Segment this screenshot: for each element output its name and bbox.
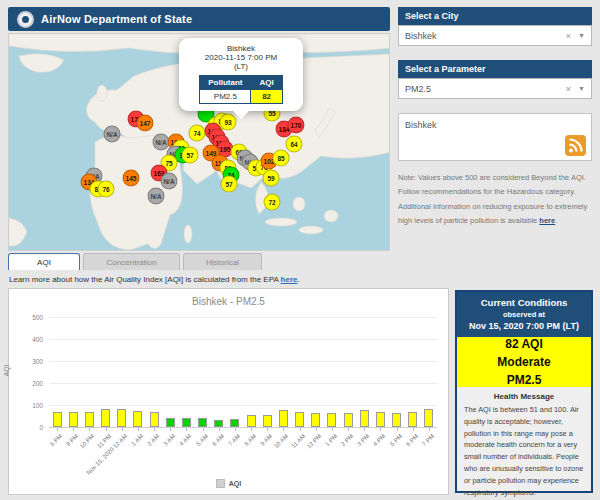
- chart-gridline: [49, 339, 437, 340]
- chart-x-tick: [429, 428, 430, 431]
- health-message-box: Health Message The AQI is between 51 and…: [457, 387, 591, 500]
- chart-x-tick: [380, 428, 381, 431]
- chevron-down-icon[interactable]: ▼: [578, 32, 585, 39]
- chart-x-tick: [57, 428, 58, 431]
- learn-more-line: Learn more about how the Air Quality Ind…: [9, 275, 300, 284]
- aqi-marker[interactable]: 85: [273, 150, 290, 167]
- aqi-marker[interactable]: 76: [98, 181, 115, 198]
- chart-bar[interactable]: [166, 418, 175, 427]
- chart-x-label: 7 PM: [421, 433, 435, 447]
- learn-more-end: .: [297, 275, 299, 284]
- chart-title: Bishkek - PM2.5: [9, 296, 448, 307]
- parameter-dropdown-value: PM2.5: [405, 84, 566, 94]
- conditions-title: Current Conditions: [459, 297, 589, 308]
- chart-y-tick: 200: [15, 380, 43, 387]
- aqi-marker[interactable]: N/A: [148, 188, 165, 205]
- learn-more-here-link[interactable]: here: [281, 275, 298, 284]
- chart-y-tick: 100: [15, 402, 43, 409]
- chart-bar[interactable]: [360, 410, 369, 427]
- chart-bar[interactable]: [53, 412, 62, 427]
- chart-x-tick: [316, 428, 317, 431]
- chevron-down-icon[interactable]: ▼: [578, 85, 585, 92]
- chart-bar[interactable]: [198, 418, 207, 427]
- chart-x-label: 2 AM: [146, 433, 160, 447]
- chart-x-label: 9 AM: [260, 433, 274, 447]
- note-text: Note: Values above 500 are considered Be…: [398, 173, 587, 225]
- chart-bar[interactable]: [392, 413, 401, 427]
- chart-bar[interactable]: [376, 412, 385, 427]
- tab-concentration[interactable]: Concentration: [83, 253, 180, 270]
- health-message-text: The AQI is between 51 and 100. Air quali…: [464, 404, 584, 499]
- note-end: .: [555, 216, 557, 225]
- rss-icon[interactable]: [565, 135, 586, 156]
- chart-bar[interactable]: [150, 412, 159, 427]
- chart-bar[interactable]: [263, 415, 272, 427]
- aqi-marker[interactable]: 147: [137, 115, 154, 132]
- conditions-aqi-value: 82 AQI: [505, 337, 543, 351]
- select-parameter-header: Select a Parameter: [398, 60, 592, 78]
- chart-bar[interactable]: [311, 413, 320, 427]
- chart-x-tick: [106, 428, 107, 431]
- chart-x-tick: [73, 428, 74, 431]
- aqi-marker[interactable]: N/A: [104, 126, 121, 143]
- chart-x-label: 1 PM: [324, 433, 338, 447]
- aqi-marker[interactable]: N/A: [161, 173, 178, 190]
- popup-pollutant-value: PM2.5: [200, 90, 251, 104]
- chart-bar[interactable]: [182, 418, 191, 427]
- aqi-marker[interactable]: 64: [286, 136, 303, 153]
- note-here-link[interactable]: here: [539, 216, 555, 225]
- chart-x-tick: [89, 428, 90, 431]
- chart-bar[interactable]: [295, 412, 304, 427]
- conditions-aqi-box: 82 AQI Moderate PM2.5: [457, 337, 591, 387]
- city-dropdown[interactable]: Bishkek × ▼: [398, 25, 592, 46]
- chart-y-tick: 0: [15, 424, 43, 431]
- app-header: AirNow Department of State: [8, 7, 390, 31]
- aqi-marker[interactable]: 145: [123, 170, 140, 187]
- tab-historical[interactable]: Historical: [183, 253, 262, 270]
- chart-x-label: 2 PM: [340, 433, 354, 447]
- chart-bar[interactable]: [230, 419, 239, 427]
- clear-icon[interactable]: ×: [566, 84, 571, 94]
- parameter-dropdown[interactable]: PM2.5 × ▼: [398, 78, 592, 99]
- chart-bar[interactable]: [247, 415, 256, 427]
- chart-bar[interactable]: [117, 409, 126, 427]
- aqi-marker[interactable]: 57: [221, 176, 238, 193]
- chart-x-tick: [364, 428, 365, 431]
- chart-x-label: 4 AM: [179, 433, 193, 447]
- chart-bar[interactable]: [214, 420, 223, 427]
- aqi-marker[interactable]: 170: [288, 117, 305, 134]
- chart-y-axis-label: AQI: [3, 364, 10, 376]
- chart-bar[interactable]: [133, 411, 142, 427]
- chart-x-label: 3 PM: [356, 433, 370, 447]
- chart-gridline: [49, 361, 437, 362]
- tab-aqi[interactable]: AQI: [8, 253, 80, 270]
- chart-x-tick: [170, 428, 171, 431]
- chart-y-tick: 300: [15, 358, 43, 365]
- chart-bar[interactable]: [101, 409, 110, 427]
- aqi-marker[interactable]: 74: [189, 125, 206, 142]
- aqi-marker[interactable]: 57: [182, 147, 199, 164]
- chart-x-label: 6 PM: [405, 433, 419, 447]
- chart-x-label: 10 AM: [273, 433, 289, 449]
- aqi-marker[interactable]: 72: [264, 194, 281, 211]
- chart-bar[interactable]: [85, 412, 94, 427]
- map-popup[interactable]: Bishkek 2020-11-15 7:00 PM (LT) Pollutan…: [179, 38, 303, 111]
- legend-swatch: [216, 479, 225, 488]
- city-dropdown-value: Bishkek: [405, 31, 566, 41]
- chart-bar[interactable]: [279, 410, 288, 427]
- chart-bar[interactable]: [327, 413, 336, 427]
- conditions-aqi-category: Moderate: [497, 355, 550, 369]
- chart-bar[interactable]: [408, 412, 417, 427]
- aqi-marker[interactable]: 59: [263, 170, 280, 187]
- chart-bar[interactable]: [424, 409, 433, 427]
- clear-icon[interactable]: ×: [566, 31, 571, 41]
- chart-x-label: 12 PM: [305, 433, 322, 450]
- chart-x-label: 10 PM: [79, 433, 96, 450]
- chart-bar[interactable]: [69, 412, 78, 427]
- popup-col-aqi: AQI: [251, 76, 282, 90]
- chart-bar[interactable]: [344, 413, 353, 427]
- world-aqi-map[interactable]: N/A175147N/A10176N/A315775163N/AN/A145N/…: [8, 33, 390, 251]
- chart-x-tick: [300, 428, 301, 431]
- select-city-header: Select a City: [398, 7, 592, 25]
- aqi-chart-panel: Bishkek - PM2.5 AQI AQI 0100200300400500…: [8, 288, 449, 495]
